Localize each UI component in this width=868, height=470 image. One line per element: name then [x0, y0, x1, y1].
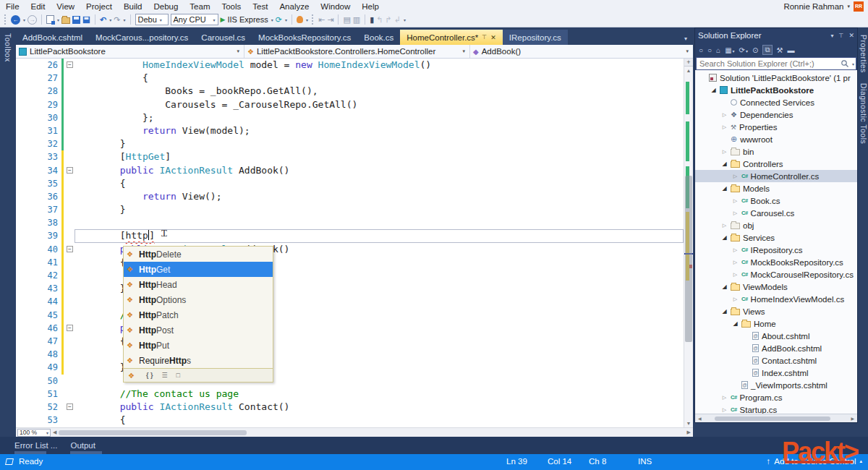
tree-item-index-cshtml[interactable]: @Index.cshtml [695, 367, 857, 379]
expand-icon[interactable]: ▷ [732, 210, 739, 216]
toolbox-tab[interactable]: Toolbox [4, 33, 12, 62]
add-to-source-control-button[interactable]: ↑ Add to Source Control ▴ [767, 457, 862, 466]
menu-item-analyze[interactable]: Analyze [273, 1, 315, 12]
tree-item-wwwroot[interactable]: ⊕wwwroot [695, 133, 857, 145]
undo-icon[interactable]: ↶ [100, 14, 106, 25]
tree-item-mockbooksrepository-cs[interactable]: ▷C#MockBooksRepository.cs [695, 256, 857, 268]
menu-item-help[interactable]: Help [356, 1, 385, 12]
tree-item-services[interactable]: ◢Services [695, 231, 857, 244]
tree-item-dependencies[interactable]: ▷❖Dependencies [695, 108, 857, 121]
tab-mockbooksrepository-cs[interactable]: MockBooksRepository.cs [252, 30, 357, 45]
side-tab-diagnostic-tools[interactable]: Diagnostic Tools [858, 83, 868, 144]
expand-icon[interactable]: ▷ [732, 260, 739, 265]
code-line-53[interactable]: { [75, 414, 684, 427]
toolbar-grip[interactable] [312, 14, 315, 25]
comment-icon[interactable]: ▤ [343, 14, 350, 25]
completion-item-httpput[interactable]: ❖HttpPut [124, 338, 273, 353]
filter-braces-icon[interactable]: { } [146, 372, 153, 379]
filter-snippets-icon[interactable]: ❖ [128, 372, 137, 380]
filter-list-icon[interactable]: ☰ [162, 372, 168, 379]
collapse-icon[interactable]: ◢ [721, 308, 728, 315]
search-icon[interactable] [841, 59, 849, 68]
tree-item-book-cs[interactable]: ▷C#Book.cs [695, 195, 857, 207]
code-line-52[interactable]: public IActionResult Contact() [75, 401, 684, 414]
collapse-icon[interactable]: ◢ [721, 283, 728, 290]
code-line-31[interactable]: return View(model); [75, 124, 684, 137]
expand-icon[interactable]: ▷ [721, 395, 728, 401]
tree-item-homecontroller-cs[interactable]: ▷C#HomeController.cs [695, 170, 857, 182]
tree-item-properties[interactable]: ▷⚒Properties [695, 121, 857, 133]
feedback-icon[interactable] [5, 458, 14, 465]
navigate-back-icon[interactable]: ← [11, 15, 20, 25]
bookmark-icon[interactable]: ▮ [370, 14, 374, 25]
chevron-down-icon[interactable]: ▾ [830, 33, 833, 39]
prev-bookmark-icon[interactable]: ↰ [376, 14, 383, 25]
tree-item-home[interactable]: ◢Home [695, 317, 857, 330]
fold-collapse-icon[interactable]: − [67, 61, 73, 68]
redo-icon[interactable]: ↷ [114, 14, 120, 25]
fold-collapse-icon[interactable]: − [67, 325, 73, 331]
open-file-icon[interactable] [61, 17, 70, 24]
indent-increase-icon[interactable]: ⇥ [327, 14, 333, 25]
collapse-icon[interactable]: ◢ [710, 87, 717, 93]
preview-selected-icon[interactable]: ▬ [788, 46, 795, 54]
panel-tab-output[interactable]: Output [70, 437, 95, 454]
close-icon[interactable]: ✕ [848, 32, 854, 39]
completion-item-requirehttps[interactable]: ❖RequireHttps [124, 353, 273, 368]
clear-bookmarks-icon[interactable]: ↲ [394, 14, 401, 25]
editor-zoom-dropdown[interactable]: 100 %▾ [17, 429, 51, 437]
code-line-27[interactable]: { [75, 72, 684, 85]
scrollbar-thumb[interactable] [59, 430, 247, 435]
scroll-right-icon[interactable]: ▶ [685, 430, 693, 435]
collapse-icon[interactable]: ◢ [721, 161, 728, 167]
fold-collapse-icon[interactable]: − [67, 403, 73, 410]
chevron-down-icon[interactable]: ▾ [123, 17, 125, 22]
code-line-35[interactable]: { [75, 177, 684, 190]
tree-item-connected-services[interactable]: Connected Services [695, 96, 857, 108]
account-area[interactable]: Ronnie Rahman ▾ RR [783, 1, 868, 12]
menu-item-debug[interactable]: Debug [148, 1, 184, 12]
chevron-down-icon[interactable]: ▾ [271, 17, 273, 22]
platform-dropdown[interactable]: Any CPU▾ [171, 14, 218, 25]
menu-item-team[interactable]: Team [184, 1, 216, 12]
tree-item-models[interactable]: ◢Models [695, 182, 857, 195]
tree-item-contact-cshtml[interactable]: @Contact.cshtml [695, 354, 857, 367]
expand-icon[interactable]: ▷ [721, 407, 728, 413]
tree-item-startup-cs[interactable]: ▷C#Startup.cs [695, 403, 857, 414]
tree-item-homeindexviewmodel-cs[interactable]: ▷C#HomeIndexViewModel.cs [695, 293, 857, 305]
tab-mockcarous-pository-cs[interactable]: MockCarous...pository.cs [89, 30, 195, 45]
tab-carousel-cs[interactable]: Carousel.cs [195, 30, 252, 45]
tree-item-littlepacktbookstore[interactable]: ◢LittlePacktBookstore [695, 84, 857, 96]
tab-book-cs[interactable]: Book.cs [357, 30, 400, 45]
code-line-34[interactable]: public IActionResult AddBook() [75, 164, 684, 177]
scroll-down-icon[interactable]: ▼ [684, 419, 693, 427]
chevron-down-icon[interactable]: ▾ [852, 61, 854, 67]
debug-config-dropdown[interactable]: Debu▾ [135, 14, 169, 25]
tree-item-irepository-cs[interactable]: ▷C#IRepository.cs [695, 244, 857, 256]
expand-icon[interactable]: ▷ [732, 272, 739, 278]
panel-tab-error-list-[interactable]: Error List ... [14, 437, 57, 454]
sync-icon[interactable]: ⊙ [752, 46, 758, 54]
breadcrumb-type-dropdown[interactable]: ❖ LittlePacktBookstore.Controllers.HomeC… [244, 45, 470, 58]
completion-item-httpget[interactable]: ❖HttpGet [124, 262, 273, 277]
tree-item-mockcarouselrepository-cs[interactable]: ▷C#MockCarouselRepository.cs [695, 268, 857, 281]
new-project-icon[interactable] [46, 15, 54, 24]
expand-icon[interactable]: ▷ [721, 223, 728, 228]
fold-collapse-icon[interactable]: − [67, 167, 73, 174]
code-line-30[interactable]: }; [75, 111, 684, 124]
toolbar-overflow-icon[interactable]: ▾ [306, 17, 308, 22]
breadcrumb-member-dropdown[interactable]: ◆ AddBook() ▾ [470, 45, 693, 58]
filter-box-icon[interactable]: □ [176, 372, 180, 379]
code-editor[interactable]: 26− HomeIndexViewModel model = new HomeI… [16, 59, 693, 427]
menu-item-build[interactable]: Build [118, 1, 148, 12]
chevron-down-icon[interactable]: ▾ [109, 17, 111, 22]
fold-collapse-icon[interactable]: − [67, 246, 73, 252]
code-area[interactable]: 26− HomeIndexViewModel model = new HomeI… [16, 59, 684, 427]
scrollbar-track[interactable] [684, 74, 693, 419]
menu-item-tools[interactable]: Tools [216, 1, 247, 12]
tab-addbook-cshtml[interactable]: AddBook.cshtml [16, 30, 89, 45]
refresh-icon[interactable]: ⟳ [276, 14, 282, 25]
expand-icon[interactable]: ▷ [732, 296, 739, 302]
code-line-51[interactable]: //The contact us page [75, 388, 684, 401]
avatar[interactable]: RR [854, 1, 864, 12]
